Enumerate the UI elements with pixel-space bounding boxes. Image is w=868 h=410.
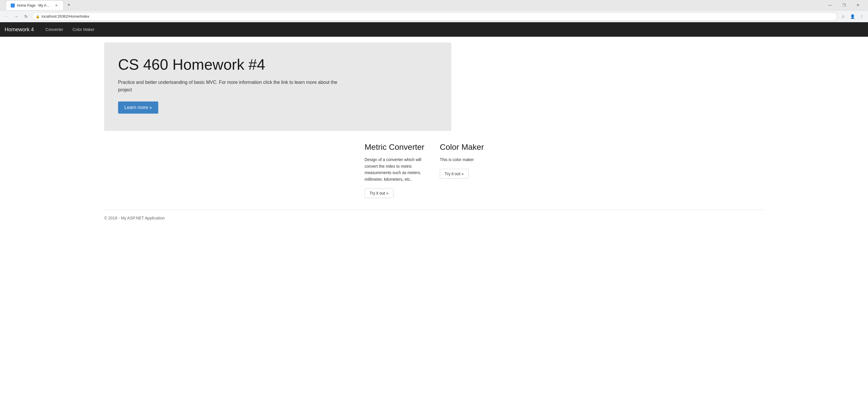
hero-description: Practice and better undertsanding of bas… <box>118 79 338 93</box>
bookmark-button[interactable]: ☆ <box>839 12 847 21</box>
browser-chrome: Home Page - My ASP.NET Applic... ✕ + — ❐… <box>0 0 868 22</box>
tab-favicon <box>11 3 15 7</box>
nav-link-color-maker[interactable]: Color Maker <box>68 23 99 36</box>
nav-link-converter[interactable]: Converter <box>41 23 68 36</box>
hero-title: CS 460 Homework #4 <box>118 56 437 73</box>
toolbar-right: ☆ 👤 ⋮ <box>839 12 866 21</box>
tab-bar: Home Page - My ASP.NET Applic... ✕ + <box>3 0 75 10</box>
nav-links: Converter Color Maker <box>41 23 99 36</box>
hero-section: CS 460 Homework #4 Practice and better u… <box>104 42 452 131</box>
browser-titlebar: Home Page - My ASP.NET Applic... ✕ + — ❐… <box>0 0 868 10</box>
learn-more-button[interactable]: Learn more » <box>118 101 158 114</box>
color-maker-title: Color Maker <box>440 142 503 152</box>
minimize-button[interactable]: — <box>824 1 837 9</box>
metric-converter-description: Design of a converter which will convert… <box>365 157 428 182</box>
nav-brand[interactable]: Homework 4 <box>5 27 34 33</box>
forward-button[interactable]: → <box>12 12 20 21</box>
reload-button[interactable]: ↻ <box>22 12 30 21</box>
new-tab-button[interactable]: + <box>65 1 73 9</box>
window-controls: — ❐ ✕ <box>824 1 865 9</box>
footer-text: © 2018 - My ASP.NET Application <box>104 216 165 220</box>
footer: © 2018 - My ASP.NET Application <box>0 210 868 226</box>
color-maker-card: Color Maker This is color maker Try it o… <box>440 142 503 198</box>
tab-close-button[interactable]: ✕ <box>54 3 59 8</box>
color-maker-try-button[interactable]: Try it out » <box>440 169 469 179</box>
account-button[interactable]: 👤 <box>848 12 857 21</box>
metric-converter-title: Metric Converter <box>365 142 428 152</box>
browser-toolbar: ← → ↻ 🔒 localhost:26362/Home/Index ☆ 👤 ⋮ <box>0 10 868 22</box>
back-button[interactable]: ← <box>2 12 10 21</box>
app-nav: Homework 4 Converter Color Maker <box>0 22 868 37</box>
address-text: localhost:26362/Home/Index <box>42 14 834 19</box>
menu-button[interactable]: ⋮ <box>858 12 866 21</box>
lock-icon: 🔒 <box>36 14 40 19</box>
maximize-button[interactable]: ❐ <box>837 1 850 9</box>
close-button[interactable]: ✕ <box>851 1 865 9</box>
cards-section: Metric Converter Design of a converter w… <box>260 131 608 210</box>
color-maker-description: This is color maker <box>440 157 503 163</box>
browser-tab-active[interactable]: Home Page - My ASP.NET Applic... ✕ <box>6 0 64 10</box>
metric-converter-card: Metric Converter Design of a converter w… <box>365 142 428 198</box>
address-bar[interactable]: 🔒 localhost:26362/Home/Index <box>32 12 837 21</box>
metric-converter-try-button[interactable]: Try it out » <box>365 188 394 198</box>
tab-title: Home Page - My ASP.NET Applic... <box>17 3 52 7</box>
